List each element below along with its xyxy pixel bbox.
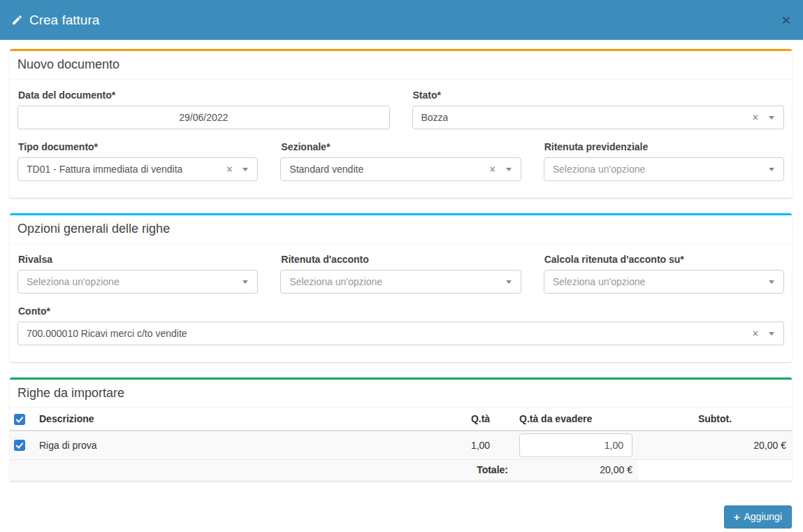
tipo-documento-select[interactable]: TD01 - Fattura immediata di vendita × (17, 157, 258, 181)
stato-select[interactable]: Bozza × (412, 106, 785, 129)
select-all-checkbox[interactable] (14, 414, 25, 425)
row-qta: 1,00 (447, 431, 514, 460)
chevron-down-icon (506, 168, 512, 171)
section-title: Righe da importare (17, 387, 784, 401)
conto-select-value: 700.000010 Ricavi merci c/to vendite (27, 328, 187, 339)
chevron-down-icon (769, 116, 774, 120)
modal-title: Crea fattura (29, 13, 99, 28)
table-header-row: Descrizione Q.tà Q.tà da evadere Subtot. (10, 408, 792, 430)
field-ritenuta-previdenziale: Ritenuta previdenziale Seleziona un'opzi… (544, 141, 784, 181)
data-documento-input[interactable] (17, 106, 390, 129)
totale-label: Totale: (10, 459, 514, 480)
ritenuta-previdenziale-select[interactable]: Seleziona un'opzione (544, 157, 784, 181)
col-header-descrizione: Descrizione (34, 408, 447, 430)
pencil-icon (11, 14, 23, 26)
rivalsa-select-placeholder: Seleziona un'opzione (27, 276, 120, 287)
aggiungi-button[interactable]: + Aggiungi (724, 505, 792, 529)
section-header: Nuovo documento (10, 51, 792, 80)
crea-fattura-modal: Crea fattura × Nuovo documento Data del … (0, 0, 803, 532)
field-rivalsa: Rivalsa Seleziona un'opzione (17, 254, 258, 294)
rivalsa-select[interactable]: Seleziona un'opzione (17, 270, 258, 294)
table-footer-row: Totale: 20,00 € (10, 459, 792, 480)
calcola-ritenuta-select-placeholder: Seleziona un'opzione (553, 276, 646, 287)
modal-body: Nuovo documento Data del documento* Stat… (0, 40, 803, 532)
row-subtot: 20,00 € (638, 431, 792, 460)
ritenuta-acconto-select-placeholder: Seleziona un'opzione (289, 276, 382, 287)
tipo-documento-select-value: TD01 - Fattura immediata di vendita (27, 164, 182, 175)
clear-icon[interactable]: × (753, 329, 758, 338)
modal-actions: + Aggiungi (10, 496, 792, 532)
section-righe-da-importare: Righe da importare Descrizione Q.tà Q.tà… (10, 378, 792, 481)
rivalsa-label: Rivalsa (18, 254, 258, 265)
data-documento-label: Data del documento* (18, 89, 390, 101)
clear-icon[interactable]: × (489, 164, 495, 174)
tipo-documento-label: Tipo documento* (18, 141, 258, 152)
table-row: Riga di prova 1,00 20,00 € (10, 431, 792, 460)
field-stato: Stato* Bozza × (412, 89, 785, 129)
close-icon[interactable]: × (781, 13, 792, 27)
section-body: Rivalsa Seleziona un'opzione Ritenuta d'… (10, 244, 792, 362)
stato-label: Stato* (413, 89, 785, 101)
row-descrizione: Riga di prova (34, 431, 447, 460)
conto-label: Conto* (18, 305, 784, 317)
row-checkbox[interactable] (14, 440, 25, 451)
field-sezionale: Sezionale* Standard vendite × (280, 141, 521, 181)
sezionale-select-value: Standard vendite (289, 164, 363, 175)
calcola-ritenuta-label: Calcola ritenuta d'acconto su* (544, 254, 784, 265)
section-opzioni-generali: Opzioni generali delle righe Rivalsa Sel… (10, 213, 792, 362)
qta-da-evadere-input[interactable] (519, 433, 632, 457)
modal-header: Crea fattura × (0, 0, 803, 40)
col-header-qta: Q.tà (447, 408, 514, 430)
aggiungi-button-label: Aggiungi (744, 511, 783, 522)
field-ritenuta-acconto: Ritenuta d'acconto Seleziona un'opzione (280, 254, 521, 294)
field-calcola-ritenuta: Calcola ritenuta d'acconto su* Seleziona… (544, 254, 784, 294)
clear-icon[interactable]: × (226, 164, 232, 174)
section-nuovo-documento: Nuovo documento Data del documento* Stat… (10, 49, 792, 198)
chevron-down-icon (769, 168, 774, 171)
plus-icon: + (734, 512, 740, 522)
field-conto: Conto* 700.000010 Ricavi merci c/to vend… (17, 305, 784, 345)
col-header-qta-evadere: Q.tà da evadere (514, 408, 638, 430)
field-data-documento: Data del documento* (17, 89, 390, 129)
chevron-down-icon (243, 280, 248, 284)
ritenuta-acconto-label: Ritenuta d'acconto (281, 254, 521, 265)
section-header: Righe da importare (10, 380, 792, 408)
section-title: Opzioni generali delle righe (17, 222, 784, 236)
totale-value: 20,00 € (514, 459, 638, 480)
clear-icon[interactable]: × (753, 113, 758, 122)
chevron-down-icon (769, 280, 774, 284)
sezionale-label: Sezionale* (281, 141, 521, 152)
section-title: Nuovo documento (17, 58, 784, 72)
stato-select-value: Bozza (421, 112, 449, 123)
section-body: Data del documento* Stato* Bozza × (10, 80, 792, 198)
calcola-ritenuta-select[interactable]: Seleziona un'opzione (544, 270, 784, 294)
col-header-subtot: Subtot. (638, 408, 792, 430)
section-header: Opzioni generali delle righe (10, 215, 792, 244)
field-tipo-documento: Tipo documento* TD01 - Fattura immediata… (17, 141, 258, 181)
chevron-down-icon (769, 332, 774, 336)
conto-select[interactable]: 700.000010 Ricavi merci c/to vendite × (17, 322, 784, 345)
righe-table: Descrizione Q.tà Q.tà da evadere Subtot.… (10, 408, 792, 480)
chevron-down-icon (506, 280, 512, 284)
ritenuta-previdenziale-label: Ritenuta previdenziale (544, 141, 784, 152)
ritenuta-acconto-select[interactable]: Seleziona un'opzione (280, 270, 521, 294)
ritenuta-previdenziale-select-placeholder: Seleziona un'opzione (553, 164, 646, 175)
totale-empty-cell (638, 459, 792, 480)
sezionale-select[interactable]: Standard vendite × (280, 157, 521, 181)
chevron-down-icon (243, 168, 248, 171)
